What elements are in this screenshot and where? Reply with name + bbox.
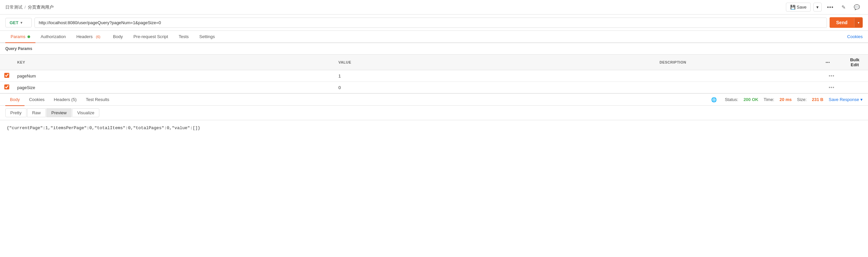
query-params-section-header: Query Params <box>0 43 868 54</box>
edit-button[interactable]: ✎ <box>839 3 848 12</box>
method-select[interactable]: GET ▾ <box>5 18 32 28</box>
param-desc-0 <box>655 70 822 82</box>
param-value-0: 1 <box>334 70 655 82</box>
bulk-edit-button[interactable]: Bulk Edit <box>845 57 864 67</box>
param-actions-1: ••• <box>822 82 841 93</box>
param-bulk-1 <box>841 82 868 93</box>
response-tabs: Body Cookies Headers (5) Test Results <box>5 94 114 105</box>
col-value-header: VALUE <box>334 55 655 70</box>
save-button[interactable]: 💾 Save <box>786 3 811 11</box>
send-button[interactable]: Send <box>830 17 854 28</box>
tab-authorization-label: Authorization <box>41 34 66 39</box>
tab-settings[interactable]: Settings <box>194 31 220 43</box>
save-icon: 💾 <box>790 5 796 9</box>
breadcrumb-current: 分页查询用户 <box>28 4 54 10</box>
globe-icon: 🌐 <box>711 97 717 102</box>
tab-pre-request-label: Pre-request Script <box>133 34 168 39</box>
chevron-down-icon: ▾ <box>816 5 819 9</box>
view-tab-raw[interactable]: Raw <box>27 108 46 117</box>
tab-headers-label: Headers <box>76 34 93 39</box>
breadcrumb: 日常测试 / 分页查询用户 <box>5 4 54 10</box>
tab-pre-request[interactable]: Pre-request Script <box>128 31 174 43</box>
param-value-1: 0 <box>334 82 655 93</box>
resp-tab-headers-label: Headers (5) <box>54 97 77 102</box>
response-body: {"currentPage":1,"itemsPerPage":0,"total… <box>0 120 868 140</box>
resp-tab-body[interactable]: Body <box>5 94 25 106</box>
save-response-dropdown-icon: ▾ <box>860 97 863 102</box>
save-label: Save <box>797 5 807 9</box>
edit-icon: ✎ <box>841 4 846 10</box>
more-icon: ••• <box>827 4 834 10</box>
resp-tab-test-results[interactable]: Test Results <box>81 94 114 106</box>
response-bar: Body Cookies Headers (5) Test Results 🌐 … <box>0 93 868 106</box>
breadcrumb-separator: / <box>25 5 26 9</box>
url-input[interactable] <box>34 18 827 28</box>
comment-button[interactable]: 💬 <box>851 3 863 12</box>
tab-body-label: Body <box>113 34 123 39</box>
col-actions-header: ••• <box>822 55 841 70</box>
size-value: 231 B <box>812 97 824 102</box>
send-dropdown-button[interactable]: ▾ <box>854 18 863 27</box>
cookies-link[interactable]: Cookies <box>847 34 863 39</box>
method-arrow-icon: ▾ <box>21 21 22 25</box>
breadcrumb-parent: 日常测试 <box>5 4 23 10</box>
save-dropdown-button[interactable]: ▾ <box>813 3 822 11</box>
param-actions-0: ••• <box>822 70 841 82</box>
param-checkbox-1[interactable] <box>4 84 9 89</box>
view-tab-visualize[interactable]: Visualize <box>72 108 99 117</box>
send-button-group: Send ▾ <box>830 17 863 28</box>
tab-body[interactable]: Body <box>107 31 128 43</box>
tab-authorization[interactable]: Authorization <box>35 31 71 43</box>
param-more-button-1[interactable]: ••• <box>829 85 835 90</box>
tab-params-label: Params <box>10 34 26 39</box>
param-more-button-0[interactable]: ••• <box>829 73 835 79</box>
col-bulk-edit-header: Bulk Edit <box>841 55 868 70</box>
time-value: 20 ms <box>780 97 792 102</box>
response-status: 🌐 Status: 200 OK Time: 20 ms Size: 231 B… <box>711 97 863 102</box>
view-tab-preview[interactable]: Preview <box>46 108 71 117</box>
view-tabs: Pretty Raw Preview Visualize <box>0 106 868 120</box>
param-checkbox-cell <box>0 82 13 93</box>
resp-tab-cookies[interactable]: Cookies <box>25 94 49 106</box>
table-row: pageNum 1 ••• <box>0 70 868 82</box>
save-response-button[interactable]: Save Response ▾ <box>829 97 863 102</box>
table-row: pageSize 0 ••• <box>0 82 868 93</box>
tab-headers[interactable]: Headers (6) <box>71 31 108 43</box>
tab-settings-label: Settings <box>199 34 215 39</box>
param-bulk-0 <box>841 70 868 82</box>
time-label: Time: <box>764 97 774 102</box>
comment-icon: 💬 <box>854 4 860 10</box>
method-label: GET <box>9 20 19 25</box>
resp-tab-cookies-label: Cookies <box>29 97 45 102</box>
tab-tests-label: Tests <box>179 34 189 39</box>
param-checkbox-0[interactable] <box>4 73 9 78</box>
url-bar: GET ▾ Send ▾ <box>0 15 868 31</box>
resp-tab-body-label: Body <box>10 97 20 102</box>
request-tabs: Params Authorization Headers (6) Body Pr… <box>5 31 220 42</box>
response-body-content: {"currentPage":1,"itemsPerPage":0,"total… <box>7 125 200 131</box>
top-actions: 💾 Save ▾ ••• ✎ 💬 <box>786 3 863 12</box>
col-key-header: KEY <box>13 55 334 70</box>
col-checkbox-header <box>0 55 13 70</box>
param-checkbox-cell <box>0 70 13 82</box>
tab-params[interactable]: Params <box>5 31 35 43</box>
param-key-1: pageSize <box>13 82 334 93</box>
status-code: 200 OK <box>744 97 758 102</box>
top-bar: 日常测试 / 分页查询用户 💾 Save ▾ ••• ✎ 💬 <box>0 0 868 15</box>
params-dot-indicator <box>28 35 30 38</box>
query-params-label: Query Params <box>5 46 32 51</box>
resp-tab-test-results-label: Test Results <box>86 97 109 102</box>
params-table: KEY VALUE DESCRIPTION ••• Bulk Edit page… <box>0 54 868 93</box>
headers-badge: (6) <box>94 34 102 39</box>
status-label: Status: <box>725 97 738 102</box>
tab-tests[interactable]: Tests <box>174 31 194 43</box>
view-tab-pretty[interactable]: Pretty <box>5 108 27 117</box>
col-desc-header: DESCRIPTION <box>655 55 822 70</box>
save-response-label: Save Response <box>829 97 859 102</box>
size-label: Size: <box>797 97 807 102</box>
more-options-button[interactable]: ••• <box>824 3 836 12</box>
param-desc-1 <box>655 82 822 93</box>
request-tabs-row: Params Authorization Headers (6) Body Pr… <box>0 31 868 43</box>
resp-tab-headers[interactable]: Headers (5) <box>49 94 82 106</box>
param-key-0: pageNum <box>13 70 334 82</box>
